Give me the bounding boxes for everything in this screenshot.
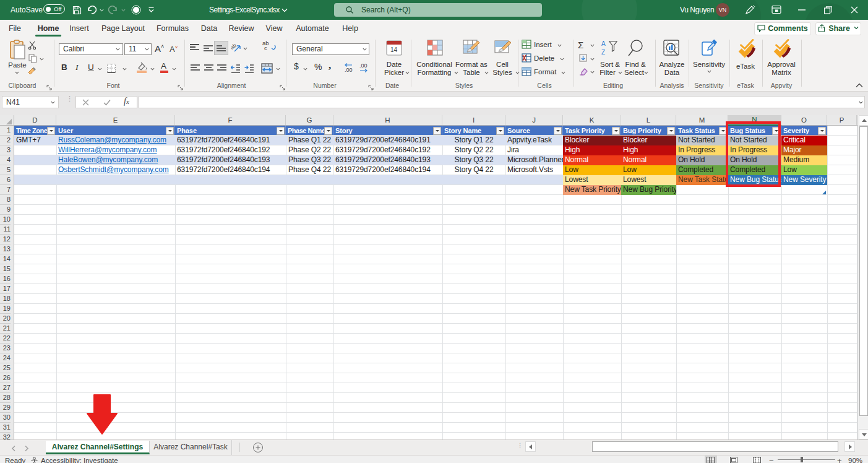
svg-text:14: 14 [390, 46, 398, 53]
svg-text:Z: Z [601, 49, 605, 56]
svg-text:.00: .00 [359, 63, 367, 69]
svg-text:.00: .00 [345, 67, 353, 73]
svg-text:A: A [601, 40, 606, 47]
